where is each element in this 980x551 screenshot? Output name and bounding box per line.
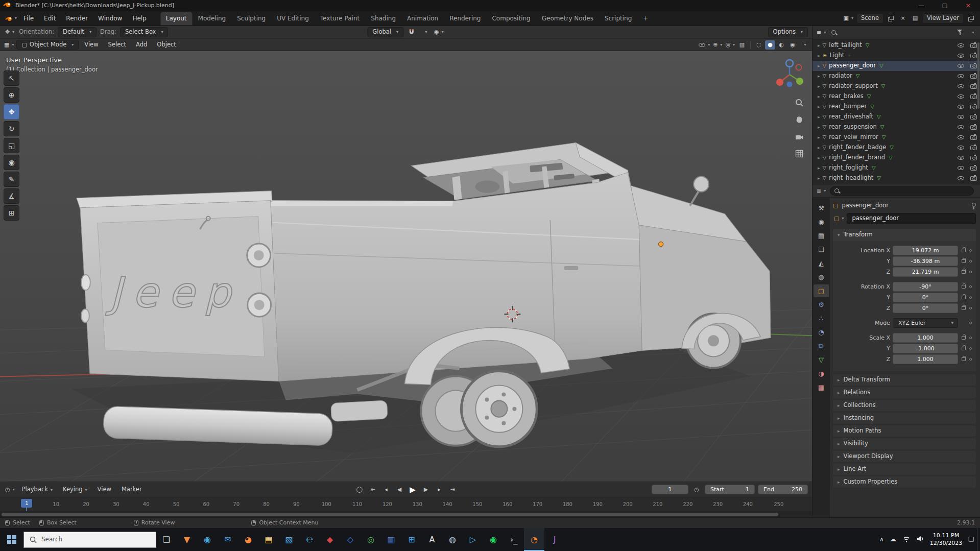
keying-menu[interactable]: Keying bbox=[59, 485, 91, 494]
new-scene-button[interactable] bbox=[886, 14, 896, 23]
zoom-button[interactable] bbox=[795, 98, 804, 109]
outliner-item[interactable]: ▸ ▽ rear_suspension ▽ bbox=[812, 122, 980, 132]
app-firefox-icon[interactable]: ◕ bbox=[238, 528, 258, 551]
outliner-item[interactable]: ▸ ▽ right_fender_brand ▽ bbox=[812, 153, 980, 163]
rendered-shading-button[interactable]: ◉ bbox=[787, 40, 798, 50]
play-button[interactable]: ▶ bbox=[407, 485, 419, 495]
animate-dot[interactable] bbox=[969, 322, 972, 324]
lock-icon[interactable] bbox=[962, 259, 966, 263]
auto-keying-toggle[interactable]: ◯ bbox=[353, 485, 366, 495]
app-photos-icon[interactable]: ▧ bbox=[279, 528, 299, 551]
disable-in-renders-toggle[interactable] bbox=[970, 146, 977, 150]
lock-icon[interactable] bbox=[962, 296, 966, 299]
select-menu[interactable]: Select bbox=[104, 40, 130, 50]
lock-icon[interactable] bbox=[962, 270, 966, 274]
animate-dot[interactable] bbox=[969, 358, 972, 361]
toggle-grid-button[interactable] bbox=[795, 149, 804, 160]
constraints-tab[interactable]: ⧉ bbox=[814, 340, 829, 352]
scene-name-field[interactable]: Scene bbox=[856, 13, 883, 23]
wifi-icon[interactable] bbox=[902, 537, 911, 542]
edit-menu[interactable]: Edit bbox=[39, 13, 60, 23]
notifications-icon[interactable]: ❏ bbox=[968, 536, 974, 543]
workspace-geometry-nodes[interactable]: Geometry Nodes bbox=[536, 12, 599, 26]
timeline-ruler[interactable]: 1020304050607080901001101201301401501601… bbox=[0, 497, 812, 511]
solid-shading-button[interactable]: ● bbox=[765, 40, 775, 50]
app-telegram-icon[interactable]: ◉ bbox=[197, 528, 218, 551]
workspace-sculpting[interactable]: Sculpting bbox=[231, 12, 271, 26]
onedrive-cloud-icon[interactable]: ☁ bbox=[890, 536, 896, 543]
minimize-button[interactable]: — bbox=[910, 0, 933, 11]
start-button[interactable] bbox=[0, 528, 23, 551]
show-desktop-button[interactable] bbox=[977, 528, 980, 551]
viewport-3d[interactable]: Jeep bbox=[0, 51, 812, 482]
move-tool[interactable]: ✥ bbox=[4, 104, 19, 119]
editor-type-button[interactable]: ◷ bbox=[4, 485, 16, 494]
preview-range-icon[interactable]: ◷ bbox=[691, 485, 702, 494]
properties-section[interactable]: ▸ Motion Paths bbox=[833, 425, 976, 437]
animate-dot[interactable] bbox=[969, 347, 972, 350]
volume-icon[interactable] bbox=[917, 536, 924, 543]
file-menu[interactable]: File bbox=[19, 13, 38, 23]
outliner-item[interactable]: ▸ ▽ right_fender_badge ▽ bbox=[812, 142, 980, 153]
render-menu[interactable]: Render bbox=[61, 13, 92, 23]
proportional-editing-dropdown[interactable]: ◉ bbox=[433, 28, 445, 37]
world-tab[interactable]: ◍ bbox=[814, 271, 829, 283]
hide-in-viewport-toggle[interactable] bbox=[958, 146, 964, 150]
object-data-tab[interactable]: ▽ bbox=[814, 353, 829, 366]
disable-in-renders-toggle[interactable] bbox=[970, 105, 977, 109]
view-layer-tab[interactable]: ❏ bbox=[814, 243, 829, 256]
taskview-icon[interactable]: ❏ bbox=[156, 528, 177, 551]
transform-panel-header[interactable]: ▾ Transform bbox=[833, 229, 976, 241]
lock-icon[interactable] bbox=[962, 347, 966, 350]
field-value[interactable]: 1.000 bbox=[893, 333, 958, 343]
properties-search-input[interactable] bbox=[830, 186, 974, 196]
measure-tool[interactable]: ∡ bbox=[4, 188, 19, 204]
disable-in-renders-toggle[interactable] bbox=[970, 74, 977, 79]
app-terminal-icon[interactable]: ›_ bbox=[504, 528, 524, 551]
outliner-item[interactable]: ▸ ▽ radiator_support ▽ bbox=[812, 81, 980, 91]
search-icon[interactable] bbox=[831, 30, 837, 36]
prev-keyframe-button[interactable]: ◂ bbox=[380, 485, 392, 495]
outliner-item[interactable]: ▸ ▽ right_headlight ▽ bbox=[812, 173, 980, 183]
object-tab[interactable]: ▢ bbox=[814, 284, 829, 297]
add-menu[interactable]: Add bbox=[132, 40, 151, 50]
app-text-editor-icon[interactable]: A bbox=[422, 528, 442, 551]
physics-tab[interactable]: ◔ bbox=[814, 326, 829, 339]
expand-icon[interactable]: ▸ bbox=[818, 63, 820, 69]
disable-in-renders-toggle[interactable] bbox=[970, 166, 977, 171]
animate-dot[interactable] bbox=[969, 296, 972, 299]
properties-section[interactable]: ▸ Viewport Display bbox=[833, 451, 976, 462]
outliner-item[interactable]: ▸ ▽ right_foglight ▽ bbox=[812, 163, 980, 173]
add-view-layer-button[interactable] bbox=[966, 14, 976, 23]
expand-icon[interactable]: ▸ bbox=[818, 43, 820, 49]
render-tab[interactable]: ◉ bbox=[814, 215, 829, 228]
object-name-input[interactable]: passenger_door bbox=[847, 213, 976, 224]
scene-tab[interactable]: ◭ bbox=[814, 257, 829, 270]
workspace-shading[interactable]: Shading bbox=[365, 12, 401, 26]
editor-type-button[interactable]: ≡ bbox=[816, 28, 827, 37]
disable-in-renders-toggle[interactable] bbox=[970, 156, 977, 160]
lock-icon[interactable] bbox=[962, 357, 966, 361]
hide-in-viewport-toggle[interactable] bbox=[958, 74, 964, 78]
hide-in-viewport-toggle[interactable] bbox=[958, 105, 964, 109]
disable-in-renders-toggle[interactable] bbox=[970, 43, 977, 48]
workspace-compositing[interactable]: Compositing bbox=[486, 12, 536, 26]
material-tab[interactable]: ◑ bbox=[814, 367, 829, 380]
field-value[interactable]: 19.072 m bbox=[893, 246, 958, 255]
hide-in-viewport-toggle[interactable] bbox=[958, 43, 964, 47]
disable-in-renders-toggle[interactable] bbox=[970, 125, 977, 130]
properties-section[interactable]: ▸ Delta Transform bbox=[833, 374, 976, 386]
app-chrome-icon[interactable]: ◎ bbox=[361, 528, 381, 551]
app-steam-icon[interactable]: ◍ bbox=[442, 528, 463, 551]
next-keyframe-button[interactable]: ▸ bbox=[433, 485, 445, 495]
properties-section[interactable]: ▸ Line Art bbox=[833, 464, 976, 475]
expand-icon[interactable]: ▸ bbox=[818, 114, 820, 120]
prev-frame-button[interactable]: ◀ bbox=[393, 485, 405, 495]
expand-icon[interactable]: ▸ bbox=[818, 94, 820, 100]
app-dropbox-icon[interactable]: ◇ bbox=[340, 528, 361, 551]
hide-in-viewport-toggle[interactable] bbox=[958, 166, 964, 170]
properties-section[interactable]: ▸ Instancing bbox=[833, 413, 976, 424]
outliner-item[interactable]: ▸ ▽ passenger_door ▽ bbox=[812, 61, 980, 71]
outliner-item[interactable]: ▸ ▽ rear_driveshaft ▽ bbox=[812, 112, 980, 122]
animate-dot[interactable] bbox=[969, 249, 972, 252]
